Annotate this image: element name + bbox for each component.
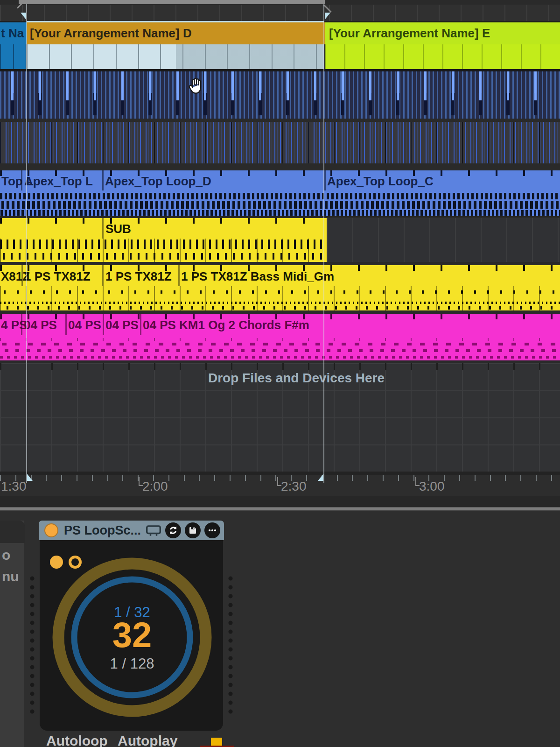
clip-boundary (21, 170, 22, 190)
clip-label: 1 PS TX81Z Bass Midi_Gm (181, 269, 334, 283)
sub-track-empty-grid (327, 218, 560, 262)
midi-track-2-clip-pattern[interactable] (0, 122, 560, 163)
chords-track-clip-name-row[interactable]: 4 PS 04 PS 04 PS 04 PS 04 PS KM1 Og 2 Ch… (0, 314, 560, 335)
time-ruler[interactable]: 1:30 2:00 2:30 3:00 (0, 472, 560, 496)
clip-label: 1 PS TX81Z (105, 269, 172, 283)
sidebar-partial-label[interactable]: nu (2, 569, 19, 585)
save-preset-button[interactable] (185, 522, 201, 538)
chords-track-midi-notes (0, 335, 560, 360)
device-activator-toggle[interactable] (44, 523, 58, 537)
time-label: 3:00 (419, 479, 445, 494)
time-label: 2:00 (142, 479, 168, 494)
clip-label: 04 PS (24, 318, 57, 332)
device-title: PS LoopSc... (64, 523, 141, 538)
time-label: 2:30 (281, 479, 307, 494)
sub-track-midi-notes (0, 239, 327, 262)
loop-end-line[interactable] (323, 4, 324, 483)
window-splitter[interactable] (0, 507, 560, 511)
time-label: 1:30 (1, 479, 27, 494)
device-drag-dots-left (29, 574, 35, 714)
sidebar-partial-label[interactable]: o (2, 547, 10, 563)
audio-track-clip-name-row[interactable]: Top L Apex_Top L Apex_Top Loop_D Apex_To… (0, 170, 560, 190)
clip-boundary (102, 265, 104, 286)
clip-label: 04 PS (105, 318, 139, 332)
clip-label: 4 PS (1, 318, 27, 332)
midi-track-1-clip-pattern[interactable] (0, 71, 560, 119)
bass-track-clip-name-row[interactable]: X81Z 1 PS TX81Z 1 PS TX81Z 1 PS TX81Z Ba… (0, 265, 560, 286)
hardware-device-icon (146, 524, 161, 536)
clip-label: 04 PS KM1 Og 2 Chords F#m (143, 318, 309, 332)
clip-label: Apex_Top L (24, 174, 93, 188)
loop-start-line[interactable] (26, 4, 27, 483)
clip-label: SUB (105, 222, 131, 236)
section-label: t Na (1, 26, 24, 41)
clip-boundary (103, 314, 104, 335)
arrangement-section-d[interactable]: [Your Arrangement Name] D (27, 22, 327, 44)
clip-boundary (140, 314, 141, 335)
autoplay-toggle[interactable]: Autoplay (118, 733, 177, 747)
bass-track-midi-notes (0, 286, 560, 310)
arrangement-bottom-strip (0, 496, 560, 507)
autoloop-toggle[interactable]: Autoloop (46, 733, 108, 747)
clip-boundary (178, 265, 180, 286)
clip-label: Apex_Top Loop_D (105, 174, 211, 188)
major-tick-mark (139, 477, 143, 486)
hand-cursor-icon (187, 76, 205, 97)
section-label: [Your Arrangement Name] D (30, 26, 192, 41)
device-drag-dots-right (227, 574, 234, 714)
arrangement-section-e[interactable]: [Your Arrangement Name] E (325, 22, 560, 44)
loop-region-highlight (27, 21, 324, 22)
section-label: [Your Arrangement Name] E (329, 26, 490, 41)
ableton-arrangement-view: t Na [Your Arrangement Name] D [Your Arr… (0, 0, 560, 747)
major-tick-mark (415, 477, 420, 486)
device-title-bar[interactable]: PS LoopSc... (39, 521, 224, 540)
beat-time-ruler-cells[interactable] (0, 5, 560, 22)
arrangement-section-left-partial[interactable]: t Na (0, 22, 27, 44)
clip-boundary (21, 265, 23, 286)
section-d-scene-cells (27, 44, 324, 69)
loop-brace[interactable] (19, 0, 325, 4)
clip-boundary (21, 314, 22, 335)
major-tick-mark (277, 477, 281, 486)
clip-boundary (102, 218, 104, 239)
clip-boundary (65, 314, 67, 335)
dial-sub-ratio-value: 1 / 128 (110, 655, 154, 672)
device-sidebar-header[interactable] (0, 521, 25, 543)
section-left-scene-cells (0, 44, 26, 69)
clip-label: 04 PS (68, 318, 101, 332)
dial-main-value: 32 (112, 617, 152, 653)
clip-label: 1 PS TX81Z (24, 269, 91, 283)
section-e-scene-cells (325, 44, 560, 69)
sub-track-clip-name-row[interactable]: SUB (0, 218, 327, 239)
drop-zone-hint: Drop Files and Devices Here (208, 371, 385, 386)
sync-button[interactable] (165, 522, 181, 538)
audio-track-waveform (0, 190, 560, 216)
clip-label: Apex_Top Loop_C (327, 174, 434, 188)
clip-boundary (102, 170, 104, 190)
clip-boundary (324, 170, 326, 190)
more-options-button[interactable] (204, 522, 220, 538)
